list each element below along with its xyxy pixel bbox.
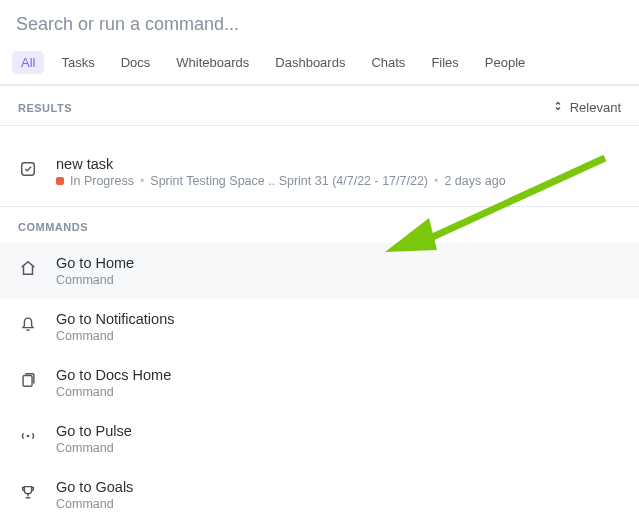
task-icon — [18, 159, 38, 179]
command-title: Go to Home — [56, 255, 621, 271]
commands-header: COMMANDS — [0, 206, 639, 243]
tab-chats[interactable]: Chats — [362, 51, 414, 74]
result-body: new task In Progress • Sprint Testing Sp… — [56, 156, 621, 188]
result-status: In Progress — [70, 174, 134, 188]
command-subtype: Command — [56, 441, 621, 455]
result-title: new task — [56, 156, 621, 172]
command-title: Go to Notifications — [56, 311, 621, 327]
command-subtype: Command — [56, 273, 621, 287]
tab-docs[interactable]: Docs — [112, 51, 160, 74]
result-subline: In Progress • Sprint Testing Space .. Sp… — [56, 174, 621, 188]
command-go-pulse[interactable]: Go to Pulse Command — [0, 411, 639, 467]
command-go-home[interactable]: Go to Home Command — [0, 243, 639, 299]
svg-rect-1 — [23, 376, 32, 387]
sep: • — [434, 174, 438, 188]
svg-point-2 — [27, 435, 30, 438]
command-go-docs[interactable]: Go to Docs Home Command — [0, 355, 639, 411]
tabs: All Tasks Docs Whiteboards Dashboards Ch… — [0, 43, 639, 85]
sort-toggle[interactable]: Relevant — [552, 100, 621, 115]
sort-icon — [552, 100, 564, 115]
result-path: Sprint Testing Space .. Sprint 31 (4/7/2… — [150, 174, 428, 188]
trophy-icon — [18, 482, 38, 502]
tab-people[interactable]: People — [476, 51, 534, 74]
command-title: Go to Goals — [56, 479, 621, 495]
commands-label: COMMANDS — [18, 221, 88, 233]
command-subtype: Command — [56, 385, 621, 399]
command-subtype: Command — [56, 497, 621, 511]
result-age: 2 days ago — [444, 174, 505, 188]
command-title: Go to Pulse — [56, 423, 621, 439]
sort-label: Relevant — [570, 100, 621, 115]
tab-tasks[interactable]: Tasks — [52, 51, 103, 74]
command-go-notifications[interactable]: Go to Notifications Command — [0, 299, 639, 355]
results-label: RESULTS — [18, 102, 72, 114]
tab-whiteboards[interactable]: Whiteboards — [167, 51, 258, 74]
status-dot — [56, 177, 64, 185]
sep: • — [140, 174, 144, 188]
result-task[interactable]: new task In Progress • Sprint Testing Sp… — [0, 144, 639, 200]
bell-icon — [18, 314, 38, 334]
search-input[interactable] — [16, 14, 623, 35]
tab-files[interactable]: Files — [422, 51, 467, 74]
search-bar — [0, 0, 639, 43]
tab-dashboards[interactable]: Dashboards — [266, 51, 354, 74]
command-subtype: Command — [56, 329, 621, 343]
results-header: RESULTS Relevant — [0, 85, 639, 126]
home-icon — [18, 258, 38, 278]
command-go-goals[interactable]: Go to Goals Command — [0, 467, 639, 523]
command-title: Go to Docs Home — [56, 367, 621, 383]
tab-all[interactable]: All — [12, 51, 44, 74]
docs-icon — [18, 370, 38, 390]
pulse-icon — [18, 426, 38, 446]
